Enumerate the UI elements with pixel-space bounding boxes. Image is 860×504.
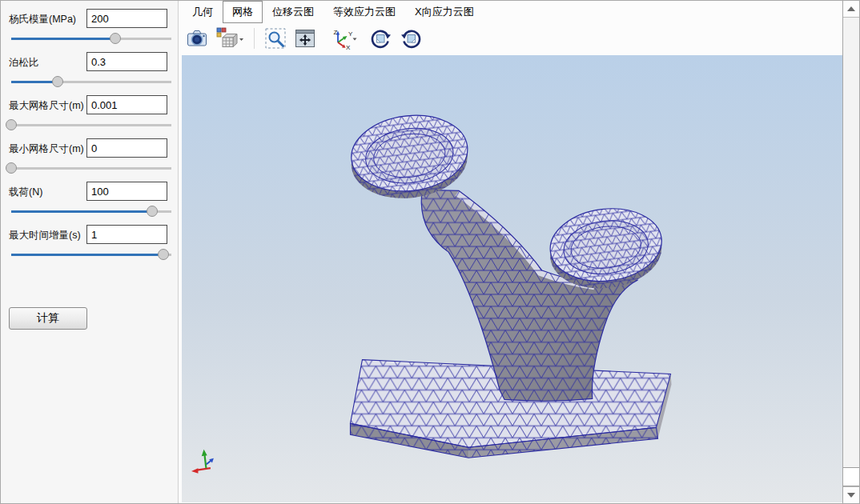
field-slider[interactable]	[11, 52, 171, 95]
pan-icon	[294, 27, 316, 50]
field-slider[interactable]	[11, 95, 171, 138]
parameter-field: 最大时间增量(s)	[1, 225, 179, 268]
toolbar: Z Y X	[179, 23, 842, 54]
slider-track[interactable]	[11, 167, 171, 170]
field-slider[interactable]	[11, 138, 171, 182]
dropdown-caret-icon	[239, 38, 243, 41]
field-slider[interactable]	[11, 182, 171, 225]
slider-track-fill	[11, 38, 115, 40]
field-slider[interactable]	[11, 9, 171, 52]
slider-track-fill	[11, 254, 163, 256]
svg-text:X: X	[346, 44, 351, 50]
slider-handle[interactable]	[6, 162, 17, 174]
rotate-counterclockwise-button[interactable]	[400, 26, 424, 51]
rotate-counterclockwise-icon	[400, 26, 424, 50]
scroll-up-button[interactable]	[843, 1, 859, 18]
slider-handle[interactable]	[147, 206, 158, 217]
slider-track[interactable]	[11, 124, 171, 126]
snapshot-camera-icon	[186, 27, 208, 50]
parameter-field: 最大网格尺寸(m)	[1, 95, 179, 138]
parameter-field: 泊松比	[1, 52, 179, 95]
triangle-down-icon	[847, 493, 855, 498]
tab[interactable]: X向应力云图	[405, 1, 484, 23]
sidebar-fields: 杨氏模量(MPa) 泊松比 最大网格尺寸(m)	[1, 9, 178, 268]
slider-handle[interactable]	[110, 33, 121, 44]
tab[interactable]: 几何	[183, 1, 223, 23]
tab[interactable]: 等效应力云图	[324, 1, 405, 23]
svg-text:Z: Z	[334, 29, 338, 36]
zoom-box-button[interactable]	[264, 26, 287, 51]
vertical-scrollbar[interactable]	[842, 1, 859, 503]
view-orientation-button[interactable]: Z Y X	[328, 26, 358, 51]
mesh-model	[182, 55, 842, 502]
field-slider[interactable]	[11, 225, 171, 268]
parameter-field: 载荷(N)	[1, 182, 179, 225]
view-orientation-icon: Z Y X	[328, 27, 358, 50]
triangle-up-icon	[847, 6, 855, 11]
tab-bar: 几何 网格 位移云图 等效应力云图 X向应力云图	[179, 1, 842, 23]
tab[interactable]: 网格	[223, 1, 263, 23]
calculate-button[interactable]: 计算	[9, 307, 87, 330]
snapshot-button[interactable]	[186, 26, 208, 51]
slider-handle[interactable]	[6, 119, 17, 130]
slider-handle[interactable]	[158, 249, 169, 260]
app-window: 杨氏模量(MPa) 泊松比 最大网格尺寸(m)	[0, 0, 860, 504]
mesh-view-icon	[215, 27, 244, 50]
slider-track-fill	[11, 210, 152, 213]
zoom-box-icon	[264, 27, 287, 50]
parameter-field: 最小网格尺寸(m)	[1, 138, 179, 182]
graphics-viewport[interactable]	[182, 55, 842, 502]
slider-handle[interactable]	[52, 76, 63, 87]
axis-triad-icon	[191, 450, 214, 474]
scrollbar-thumb[interactable]	[843, 467, 859, 486]
main-area: 几何 网格 位移云图 等效应力云图 X向应力云图	[179, 1, 842, 503]
scroll-down-button[interactable]	[843, 486, 859, 503]
pan-button[interactable]	[294, 26, 316, 51]
slider-track-fill	[11, 81, 58, 83]
parameter-sidebar: 杨氏模量(MPa) 泊松比 最大网格尺寸(m)	[1, 1, 179, 503]
dropdown-caret-icon	[353, 38, 357, 41]
tab[interactable]: 位移云图	[263, 1, 324, 23]
svg-text:Y: Y	[348, 30, 353, 38]
toolbar-separator	[254, 28, 255, 49]
rotate-clockwise-icon	[368, 26, 392, 50]
mesh-view-button[interactable]	[215, 26, 244, 51]
parameter-field: 杨氏模量(MPa)	[1, 9, 179, 52]
rotate-clockwise-button[interactable]	[368, 26, 392, 51]
